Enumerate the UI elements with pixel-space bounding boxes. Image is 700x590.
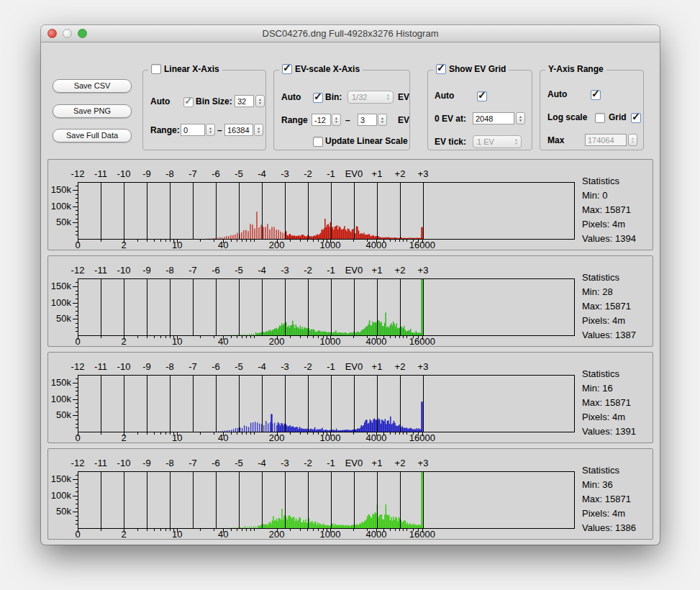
ev-range-from-input[interactable] <box>312 114 331 126</box>
svg-text:1000: 1000 <box>319 432 340 443</box>
histogram-panel-green: -12-11-10-9-8-7-6-5-4-3-2-1EV0+1+2+350k1… <box>47 255 653 347</box>
svg-text:-9: -9 <box>142 361 151 372</box>
svg-text:10: 10 <box>172 529 182 540</box>
svg-text:-10: -10 <box>117 265 131 276</box>
ev-unit-label-1: EV <box>398 92 409 102</box>
svg-text:-8: -8 <box>165 168 174 179</box>
histogram-bars-green2 <box>227 471 423 528</box>
svg-text:2: 2 <box>121 336 126 347</box>
stat-values: Values: 1391 <box>582 425 653 439</box>
svg-text:200: 200 <box>269 432 285 443</box>
svg-text:-8: -8 <box>165 361 174 372</box>
y-axis: 50k100k150k <box>51 473 78 525</box>
svg-text:-9: -9 <box>142 458 151 468</box>
ev-range-from-stepper[interactable]: ▲▼ <box>332 114 341 126</box>
svg-text:-2: -2 <box>304 168 312 179</box>
svg-text:+2: +2 <box>395 458 406 468</box>
svg-text:-6: -6 <box>212 265 220 276</box>
svg-text:-6: -6 <box>212 361 220 372</box>
svg-text:40: 40 <box>218 336 228 347</box>
svg-text:16000: 16000 <box>409 336 435 347</box>
zero-ev-stepper[interactable]: ▲▼ <box>516 112 525 124</box>
histogram-plot-green2: -12-11-10-9-8-7-6-5-4-3-2-1EV0+1+2+350k1… <box>48 449 581 540</box>
svg-text:-1: -1 <box>327 265 335 276</box>
svg-text:4000: 4000 <box>365 432 386 443</box>
ev-bin-checkbox[interactable] <box>313 93 323 103</box>
plot-border <box>78 376 575 432</box>
ev-range-to-input[interactable] <box>358 114 377 126</box>
svg-text:-10: -10 <box>117 168 131 179</box>
statistics-title: Statistics <box>582 174 653 189</box>
linear-range-from-input[interactable] <box>181 124 205 136</box>
svg-text:0: 0 <box>75 336 80 347</box>
y-max-stepper: ▲▼ <box>628 134 637 146</box>
histogram-bars-blue <box>216 401 423 432</box>
dropdown-arrows-icon: ▲▼ <box>386 94 390 101</box>
svg-text:-3: -3 <box>281 265 289 276</box>
svg-text:10: 10 <box>172 336 182 347</box>
y-auto-checkbox[interactable] <box>591 90 601 100</box>
histogram-panel-green2: -12-11-10-9-8-7-6-5-4-3-2-1EV0+1+2+350k1… <box>47 448 653 540</box>
grid-checkbox[interactable] <box>631 113 641 123</box>
svg-text:-4: -4 <box>258 458 266 468</box>
zoom-button[interactable] <box>78 29 87 38</box>
stat-max: Max: 15871 <box>582 396 653 410</box>
ev-range-to-stepper[interactable]: ▲▼ <box>378 114 387 126</box>
svg-text:-11: -11 <box>94 458 107 468</box>
minimize-button[interactable] <box>63 29 72 38</box>
bin-size-input[interactable] <box>235 95 254 107</box>
linear-x-axis-checkbox[interactable] <box>151 64 161 74</box>
svg-text:-7: -7 <box>188 265 197 276</box>
svg-text:-11: -11 <box>94 361 107 372</box>
save-full-data-button[interactable]: Save Full Data <box>53 129 132 142</box>
svg-text:4000: 4000 <box>365 240 386 250</box>
title-bar[interactable]: DSC04276.dng Full-4928x3276 Histogram <box>41 25 660 42</box>
ev-scale-checkbox[interactable] <box>282 64 292 74</box>
stat-pixels: Pixels: 4m <box>582 507 653 521</box>
grid-auto-checkbox[interactable] <box>477 91 487 101</box>
stat-pixels: Pixels: 4m <box>582 217 653 232</box>
svg-text:-10: -10 <box>117 361 131 372</box>
svg-text:4000: 4000 <box>365 336 386 347</box>
svg-text:+3: +3 <box>418 458 429 468</box>
update-linear-scale-label: Update Linear Scale <box>325 136 408 146</box>
close-button[interactable] <box>47 29 57 38</box>
linear-range-to-stepper[interactable]: ▲▼ <box>254 124 263 136</box>
show-ev-grid-checkbox[interactable] <box>436 64 446 74</box>
histogram-plot-green: -12-11-10-9-8-7-6-5-4-3-2-1EV0+1+2+350k1… <box>48 256 581 347</box>
update-linear-scale-checkbox[interactable] <box>313 137 323 147</box>
ev-bin-select: 1/32 ▲▼ <box>347 91 394 104</box>
svg-text:0: 0 <box>75 529 80 540</box>
svg-text:1000: 1000 <box>319 529 340 540</box>
linear-range-to-input[interactable] <box>224 124 253 136</box>
histogram-plot-red: -12-11-10-9-8-7-6-5-4-3-2-1EV0+1+2+350k1… <box>48 160 581 250</box>
grid-label: Grid <box>609 112 627 122</box>
svg-text:+2: +2 <box>395 265 406 276</box>
stat-pixels: Pixels: 4m <box>582 410 653 425</box>
svg-text:-4: -4 <box>258 361 266 372</box>
group-ev-scale-x-axis: EV-scale X-Axis Auto Bin: 1/32 ▲▼ EV Ran… <box>273 70 410 150</box>
svg-text:EV0: EV0 <box>345 458 363 468</box>
svg-text:150k: 150k <box>51 281 72 291</box>
stat-min: Min: 28 <box>582 285 653 299</box>
grid-auto-label: Auto <box>435 91 454 101</box>
log-scale-checkbox[interactable] <box>595 113 605 123</box>
bin-size-checkbox[interactable] <box>183 97 194 107</box>
svg-text:+3: +3 <box>418 168 429 179</box>
bin-size-stepper[interactable]: ▲▼ <box>255 95 265 107</box>
svg-text:-4: -4 <box>258 265 266 276</box>
zero-ev-input[interactable] <box>473 112 514 124</box>
svg-text:10: 10 <box>172 432 182 443</box>
ev-axis-labels: -12-11-10-9-8-7-6-5-4-3-2-1EV0+1+2+3 <box>71 458 429 468</box>
ev-tick-select: 1 EV ▲▼ <box>473 135 522 148</box>
save-csv-button[interactable]: Save CSV <box>53 79 132 93</box>
svg-text:4000: 4000 <box>365 529 386 540</box>
svg-text:+3: +3 <box>418 361 429 372</box>
linear-range-from-stepper[interactable]: ▲▼ <box>206 124 215 136</box>
x-axis: 0210402001000400016000 <box>75 239 435 250</box>
save-png-button[interactable]: Save PNG <box>53 104 132 118</box>
svg-text:40: 40 <box>218 529 228 540</box>
svg-text:-6: -6 <box>212 458 220 468</box>
group-show-ev-grid-title: Show EV Grid <box>433 64 509 74</box>
stat-max: Max: 15871 <box>582 299 653 314</box>
